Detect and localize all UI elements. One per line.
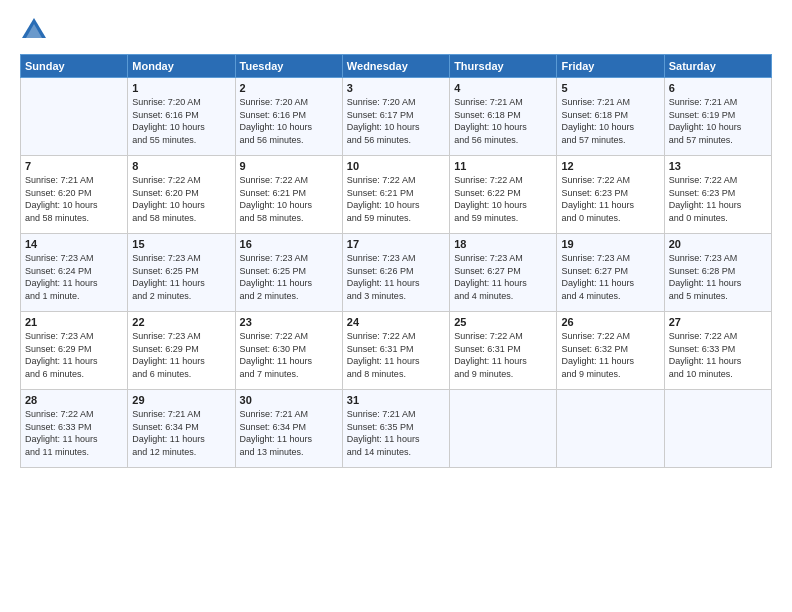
calendar-cell: 18Sunrise: 7:23 AM Sunset: 6:27 PM Dayli… [450,234,557,312]
day-number: 30 [240,394,338,406]
day-number: 10 [347,160,445,172]
calendar-cell: 24Sunrise: 7:22 AM Sunset: 6:31 PM Dayli… [342,312,449,390]
day-number: 29 [132,394,230,406]
day-info: Sunrise: 7:23 AM Sunset: 6:29 PM Dayligh… [25,330,123,380]
calendar-cell: 31Sunrise: 7:21 AM Sunset: 6:35 PM Dayli… [342,390,449,468]
logo-icon [20,16,48,44]
day-number: 24 [347,316,445,328]
calendar-cell: 12Sunrise: 7:22 AM Sunset: 6:23 PM Dayli… [557,156,664,234]
day-number: 12 [561,160,659,172]
day-number: 1 [132,82,230,94]
day-number: 9 [240,160,338,172]
day-number: 16 [240,238,338,250]
calendar-cell [450,390,557,468]
week-row-3: 14Sunrise: 7:23 AM Sunset: 6:24 PM Dayli… [21,234,772,312]
calendar-cell: 21Sunrise: 7:23 AM Sunset: 6:29 PM Dayli… [21,312,128,390]
day-info: Sunrise: 7:23 AM Sunset: 6:27 PM Dayligh… [454,252,552,302]
calendar-cell: 6Sunrise: 7:21 AM Sunset: 6:19 PM Daylig… [664,78,771,156]
calendar-cell: 14Sunrise: 7:23 AM Sunset: 6:24 PM Dayli… [21,234,128,312]
day-number: 17 [347,238,445,250]
calendar-cell: 2Sunrise: 7:20 AM Sunset: 6:16 PM Daylig… [235,78,342,156]
day-number: 15 [132,238,230,250]
day-info: Sunrise: 7:20 AM Sunset: 6:16 PM Dayligh… [132,96,230,146]
day-info: Sunrise: 7:23 AM Sunset: 6:24 PM Dayligh… [25,252,123,302]
day-info: Sunrise: 7:22 AM Sunset: 6:21 PM Dayligh… [347,174,445,224]
day-number: 4 [454,82,552,94]
calendar-cell: 13Sunrise: 7:22 AM Sunset: 6:23 PM Dayli… [664,156,771,234]
day-number: 21 [25,316,123,328]
calendar-cell: 30Sunrise: 7:21 AM Sunset: 6:34 PM Dayli… [235,390,342,468]
day-info: Sunrise: 7:23 AM Sunset: 6:28 PM Dayligh… [669,252,767,302]
day-info: Sunrise: 7:23 AM Sunset: 6:25 PM Dayligh… [240,252,338,302]
day-info: Sunrise: 7:22 AM Sunset: 6:33 PM Dayligh… [669,330,767,380]
calendar-cell: 23Sunrise: 7:22 AM Sunset: 6:30 PM Dayli… [235,312,342,390]
day-info: Sunrise: 7:21 AM Sunset: 6:34 PM Dayligh… [132,408,230,458]
calendar-cell: 9Sunrise: 7:22 AM Sunset: 6:21 PM Daylig… [235,156,342,234]
calendar-cell [557,390,664,468]
day-info: Sunrise: 7:22 AM Sunset: 6:33 PM Dayligh… [25,408,123,458]
day-info: Sunrise: 7:22 AM Sunset: 6:22 PM Dayligh… [454,174,552,224]
week-row-4: 21Sunrise: 7:23 AM Sunset: 6:29 PM Dayli… [21,312,772,390]
calendar-cell [21,78,128,156]
day-info: Sunrise: 7:21 AM Sunset: 6:20 PM Dayligh… [25,174,123,224]
calendar-cell: 17Sunrise: 7:23 AM Sunset: 6:26 PM Dayli… [342,234,449,312]
column-header-tuesday: Tuesday [235,55,342,78]
calendar-cell: 11Sunrise: 7:22 AM Sunset: 6:22 PM Dayli… [450,156,557,234]
day-info: Sunrise: 7:22 AM Sunset: 6:31 PM Dayligh… [454,330,552,380]
day-info: Sunrise: 7:21 AM Sunset: 6:34 PM Dayligh… [240,408,338,458]
day-number: 7 [25,160,123,172]
day-number: 31 [347,394,445,406]
day-info: Sunrise: 7:22 AM Sunset: 6:23 PM Dayligh… [669,174,767,224]
day-info: Sunrise: 7:21 AM Sunset: 6:19 PM Dayligh… [669,96,767,146]
day-number: 6 [669,82,767,94]
calendar-cell: 3Sunrise: 7:20 AM Sunset: 6:17 PM Daylig… [342,78,449,156]
header [20,16,772,44]
week-row-5: 28Sunrise: 7:22 AM Sunset: 6:33 PM Dayli… [21,390,772,468]
calendar-cell: 7Sunrise: 7:21 AM Sunset: 6:20 PM Daylig… [21,156,128,234]
day-info: Sunrise: 7:22 AM Sunset: 6:20 PM Dayligh… [132,174,230,224]
day-info: Sunrise: 7:21 AM Sunset: 6:18 PM Dayligh… [454,96,552,146]
day-info: Sunrise: 7:22 AM Sunset: 6:31 PM Dayligh… [347,330,445,380]
week-row-2: 7Sunrise: 7:21 AM Sunset: 6:20 PM Daylig… [21,156,772,234]
calendar-cell: 28Sunrise: 7:22 AM Sunset: 6:33 PM Dayli… [21,390,128,468]
day-number: 13 [669,160,767,172]
column-header-wednesday: Wednesday [342,55,449,78]
day-number: 28 [25,394,123,406]
calendar-cell: 20Sunrise: 7:23 AM Sunset: 6:28 PM Dayli… [664,234,771,312]
week-row-1: 1Sunrise: 7:20 AM Sunset: 6:16 PM Daylig… [21,78,772,156]
day-number: 3 [347,82,445,94]
day-number: 22 [132,316,230,328]
day-number: 18 [454,238,552,250]
calendar-cell [664,390,771,468]
column-header-friday: Friday [557,55,664,78]
day-info: Sunrise: 7:21 AM Sunset: 6:18 PM Dayligh… [561,96,659,146]
day-info: Sunrise: 7:22 AM Sunset: 6:32 PM Dayligh… [561,330,659,380]
page: SundayMondayTuesdayWednesdayThursdayFrid… [0,0,792,612]
day-number: 11 [454,160,552,172]
day-info: Sunrise: 7:23 AM Sunset: 6:26 PM Dayligh… [347,252,445,302]
calendar-cell: 16Sunrise: 7:23 AM Sunset: 6:25 PM Dayli… [235,234,342,312]
day-number: 2 [240,82,338,94]
calendar-cell: 4Sunrise: 7:21 AM Sunset: 6:18 PM Daylig… [450,78,557,156]
day-info: Sunrise: 7:22 AM Sunset: 6:30 PM Dayligh… [240,330,338,380]
calendar-cell: 1Sunrise: 7:20 AM Sunset: 6:16 PM Daylig… [128,78,235,156]
calendar-cell: 26Sunrise: 7:22 AM Sunset: 6:32 PM Dayli… [557,312,664,390]
day-number: 14 [25,238,123,250]
day-info: Sunrise: 7:20 AM Sunset: 6:17 PM Dayligh… [347,96,445,146]
day-number: 19 [561,238,659,250]
calendar-cell: 27Sunrise: 7:22 AM Sunset: 6:33 PM Dayli… [664,312,771,390]
day-number: 27 [669,316,767,328]
calendar-cell: 8Sunrise: 7:22 AM Sunset: 6:20 PM Daylig… [128,156,235,234]
day-info: Sunrise: 7:22 AM Sunset: 6:23 PM Dayligh… [561,174,659,224]
calendar-cell: 19Sunrise: 7:23 AM Sunset: 6:27 PM Dayli… [557,234,664,312]
column-header-thursday: Thursday [450,55,557,78]
day-number: 8 [132,160,230,172]
column-header-sunday: Sunday [21,55,128,78]
calendar-cell: 15Sunrise: 7:23 AM Sunset: 6:25 PM Dayli… [128,234,235,312]
calendar-cell: 5Sunrise: 7:21 AM Sunset: 6:18 PM Daylig… [557,78,664,156]
day-info: Sunrise: 7:20 AM Sunset: 6:16 PM Dayligh… [240,96,338,146]
column-headers: SundayMondayTuesdayWednesdayThursdayFrid… [21,55,772,78]
day-number: 25 [454,316,552,328]
day-info: Sunrise: 7:23 AM Sunset: 6:27 PM Dayligh… [561,252,659,302]
calendar-table: SundayMondayTuesdayWednesdayThursdayFrid… [20,54,772,468]
